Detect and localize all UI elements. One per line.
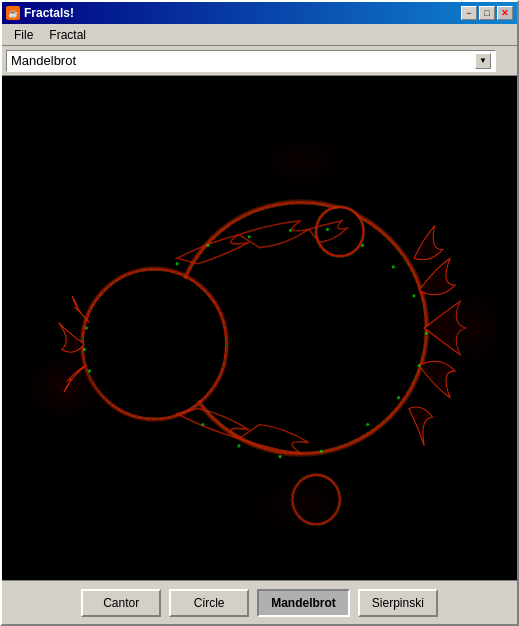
fractal-canvas[interactable] (2, 76, 517, 580)
close-button[interactable]: ✕ (497, 6, 513, 20)
svg-point-25 (392, 265, 395, 268)
menu-fractal[interactable]: Fractal (41, 26, 94, 44)
svg-point-35 (83, 348, 86, 351)
svg-point-16 (435, 264, 517, 393)
mandelbrot-image (2, 76, 517, 580)
svg-point-18 (218, 457, 383, 554)
svg-point-34 (201, 423, 204, 426)
svg-point-23 (326, 228, 329, 231)
menu-file[interactable]: File (6, 26, 41, 44)
fractal-dropdown[interactable]: Mandelbrot ▼ (6, 50, 496, 72)
svg-point-32 (279, 455, 282, 458)
menu-bar: File Fractal (2, 24, 517, 46)
svg-point-33 (237, 444, 240, 447)
svg-point-24 (361, 244, 364, 247)
maximize-button[interactable]: □ (479, 6, 495, 20)
svg-point-29 (397, 396, 400, 399)
svg-point-27 (425, 332, 428, 335)
svg-point-22 (289, 229, 292, 232)
svg-point-28 (418, 364, 421, 367)
svg-point-37 (88, 369, 91, 372)
dropdown-arrow-icon: ▼ (475, 53, 491, 69)
svg-point-17 (229, 119, 373, 205)
app-icon: ☕ (6, 6, 20, 20)
title-buttons: − □ ✕ (461, 6, 513, 20)
svg-point-31 (320, 450, 323, 453)
bottom-toolbar: Cantor Circle Mandelbrot Sierpinski (2, 580, 517, 624)
svg-point-19 (176, 262, 179, 265)
svg-point-36 (85, 326, 88, 329)
svg-point-20 (206, 244, 209, 247)
main-window: ☕ Fractals! − □ ✕ File Fractal Mandelbro… (0, 0, 519, 626)
svg-point-26 (412, 294, 415, 297)
svg-point-21 (248, 235, 251, 238)
title-bar: ☕ Fractals! − □ ✕ (2, 2, 517, 24)
dropdown-value: Mandelbrot (11, 53, 76, 68)
window-title: Fractals! (24, 6, 74, 20)
mandelbrot-button[interactable]: Mandelbrot (257, 589, 350, 617)
minimize-button[interactable]: − (461, 6, 477, 20)
cantor-button[interactable]: Cantor (81, 589, 161, 617)
title-bar-left: ☕ Fractals! (6, 6, 74, 20)
svg-point-15 (7, 339, 120, 436)
svg-point-30 (366, 423, 369, 426)
toolbar: Mandelbrot ▼ (2, 46, 517, 76)
circle-button[interactable]: Circle (169, 589, 249, 617)
sierpinski-button[interactable]: Sierpinski (358, 589, 438, 617)
